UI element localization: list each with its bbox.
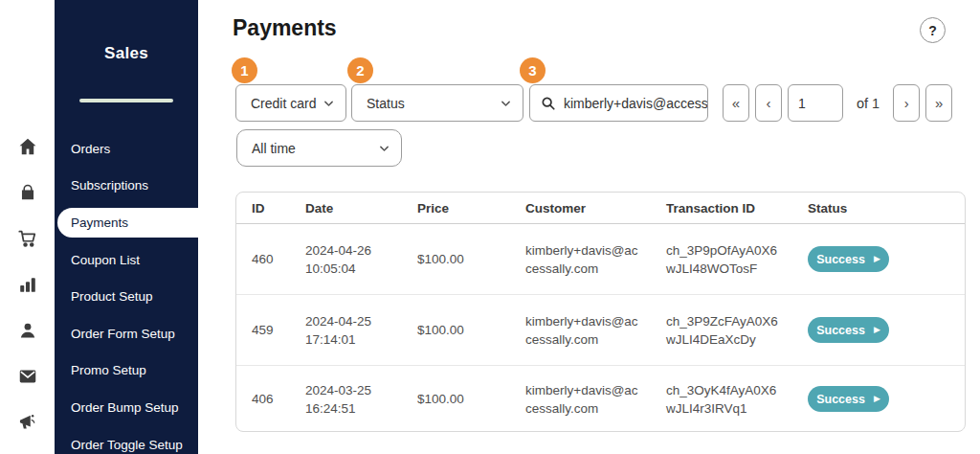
- step-badge-2: 2: [347, 57, 373, 83]
- rail-home[interactable]: [16, 138, 39, 159]
- payment-method-value: Credit card: [236, 96, 316, 111]
- page-count-label: of 1: [857, 96, 880, 111]
- cell-id: 406: [252, 392, 305, 406]
- rail-cart[interactable]: [16, 230, 39, 251]
- rail-contacts[interactable]: [16, 322, 39, 343]
- chevron-down-icon: [323, 97, 335, 109]
- rail-promotions[interactable]: [16, 414, 39, 435]
- sidebar-item-promo-setup[interactable]: Promo Setup: [55, 352, 198, 390]
- bar-chart-icon: [17, 274, 38, 299]
- main-content: Payments ? 1 2 3 Credit card Status kimb…: [198, 0, 980, 454]
- rail-email[interactable]: [16, 368, 39, 389]
- cell-transaction-id: ch_3P9ZcFAyA0X6 wJLI4DEaXcDy: [666, 312, 808, 349]
- payments-page: Sales Orders Subscriptions Payments Coup…: [0, 0, 980, 454]
- sidebar-item-coupon-list[interactable]: Coupon List: [55, 241, 198, 279]
- page-number-input[interactable]: [788, 84, 843, 122]
- cell-transaction-id: ch_3OyK4fAyA0X6 wJLI4r3IRVq1: [666, 381, 808, 418]
- shopping-bag-icon: [17, 182, 38, 207]
- megaphone-icon: [17, 412, 38, 437]
- payments-table: ID Date Price Customer Transaction ID St…: [235, 192, 966, 432]
- search-value: kimberly+davis@access: [564, 96, 707, 111]
- table-header-row: ID Date Price Customer Transaction ID St…: [236, 193, 965, 224]
- last-page-button[interactable]: »: [925, 84, 952, 122]
- step-badge-3: 3: [520, 57, 546, 83]
- cell-date: 2024-03-25 16:24:51: [305, 381, 417, 418]
- chevron-down-icon: [500, 97, 512, 109]
- cell-date: 2024-04-25 17:14:01: [305, 312, 417, 349]
- page-title: Payments: [233, 15, 337, 41]
- sidebar-item-order-toggle-setup[interactable]: Order Toggle Setup: [55, 426, 198, 454]
- table-row: 406 2024-03-25 16:24:51 $100.00 kimberly…: [236, 366, 965, 432]
- cell-customer: kimberly+davis@ac cessally.com: [525, 312, 666, 349]
- icon-rail: [0, 0, 55, 454]
- pagination: « ‹ of 1 › »: [723, 84, 952, 122]
- prev-page-button[interactable]: ‹: [755, 84, 782, 122]
- sidebar-item-payments[interactable]: Payments: [57, 208, 198, 238]
- table-row: 460 2024-04-26 10:05:04 $100.00 kimberly…: [236, 224, 965, 295]
- next-page-button[interactable]: ›: [893, 84, 920, 122]
- date-range-value: All time: [237, 141, 296, 156]
- status-badge[interactable]: Success ▶: [808, 386, 889, 412]
- col-header-status: Status: [808, 201, 965, 216]
- sales-sidebar: Sales Orders Subscriptions Payments Coup…: [55, 0, 198, 454]
- rail-analytics[interactable]: [16, 276, 39, 297]
- play-arrow-icon: ▶: [874, 326, 880, 334]
- customer-search-input[interactable]: kimberly+davis@access: [529, 84, 708, 122]
- sidebar-divider: [79, 99, 173, 102]
- cell-price: $100.00: [417, 323, 525, 337]
- cell-price: $100.00: [417, 252, 525, 266]
- step-badge-1: 1: [232, 57, 257, 83]
- question-mark-icon: ?: [928, 23, 937, 38]
- sidebar-nav: Orders Subscriptions Payments Coupon Lis…: [55, 130, 198, 454]
- sidebar-item-product-setup[interactable]: Product Setup: [55, 278, 198, 315]
- sidebar-item-orders[interactable]: Orders: [55, 130, 198, 168]
- sidebar-item-order-form-setup[interactable]: Order Form Setup: [55, 315, 198, 352]
- search-icon: [541, 96, 556, 111]
- status-badge[interactable]: Success ▶: [808, 317, 889, 343]
- col-header-customer: Customer: [525, 201, 666, 216]
- col-header-transaction: Transaction ID: [666, 201, 808, 216]
- cell-id: 459: [252, 323, 305, 337]
- chevron-down-icon: [378, 142, 390, 154]
- help-button[interactable]: ?: [920, 17, 946, 43]
- sidebar-title: Sales: [55, 0, 198, 63]
- col-header-date: Date: [305, 201, 417, 216]
- rail-store[interactable]: [16, 184, 39, 205]
- cell-price: $100.00: [417, 392, 525, 406]
- date-range-dropdown[interactable]: All time: [236, 129, 402, 167]
- cell-id: 460: [252, 252, 305, 266]
- play-arrow-icon: ▶: [874, 395, 880, 403]
- home-icon: [17, 136, 38, 161]
- play-arrow-icon: ▶: [874, 255, 880, 263]
- status-dropdown[interactable]: Status: [351, 84, 523, 122]
- first-page-button[interactable]: «: [723, 84, 749, 122]
- cell-customer: kimberly+davis@ac cessally.com: [525, 381, 666, 418]
- mail-icon: [17, 366, 38, 391]
- cart-icon: [17, 228, 38, 253]
- person-icon: [17, 320, 38, 345]
- status-value: Status: [352, 96, 405, 111]
- col-header-price: Price: [417, 201, 525, 216]
- sidebar-item-subscriptions[interactable]: Subscriptions: [55, 168, 198, 205]
- table-row: 459 2024-04-25 17:14:01 $100.00 kimberly…: [236, 295, 965, 366]
- status-badge[interactable]: Success ▶: [808, 246, 889, 272]
- cell-date: 2024-04-26 10:05:04: [305, 241, 417, 278]
- cell-customer: kimberly+davis@ac cessally.com: [525, 241, 666, 278]
- cell-transaction-id: ch_3P9pOfAyA0X6 wJLI48WOTosF: [666, 241, 808, 278]
- payment-method-dropdown[interactable]: Credit card: [235, 84, 346, 122]
- sidebar-item-order-bump-setup[interactable]: Order Bump Setup: [55, 389, 198, 426]
- col-header-id: ID: [252, 201, 305, 216]
